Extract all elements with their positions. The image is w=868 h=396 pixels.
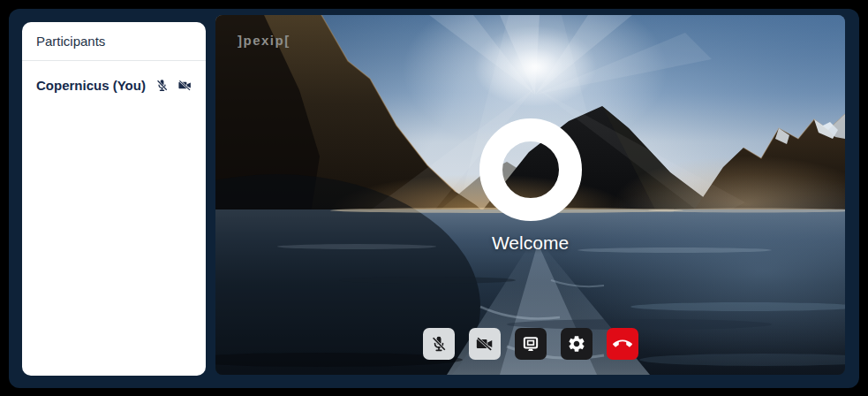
hang-up-phone-icon [613, 334, 632, 354]
camera-muted-icon [177, 78, 193, 93]
participant-row[interactable]: Copernicus (You) [22, 61, 206, 93]
call-controls-toolbar [215, 328, 845, 360]
app-window: Participants Copernicus (You) [9, 9, 859, 388]
participants-panel: Participants Copernicus (You) [22, 22, 206, 376]
toggle-microphone-button[interactable] [423, 328, 455, 360]
participant-status-icons [155, 78, 193, 93]
toggle-camera-button[interactable] [469, 328, 501, 360]
microphone-muted-icon [429, 334, 449, 354]
video-feed-image [215, 15, 845, 375]
microphone-muted-icon [155, 78, 170, 93]
camera-muted-icon [475, 334, 494, 354]
settings-gear-icon [567, 334, 586, 354]
participant-name: Copernicus (You) [36, 78, 146, 93]
video-stage: ]pexip[ Welcome [215, 15, 845, 375]
screen-share-icon [521, 334, 540, 354]
share-screen-button[interactable] [515, 328, 547, 360]
pexip-watermark: ]pexip[ [238, 33, 291, 48]
settings-button[interactable] [561, 328, 593, 360]
hang-up-button[interactable] [607, 328, 638, 360]
participants-panel-title: Participants [22, 22, 206, 60]
